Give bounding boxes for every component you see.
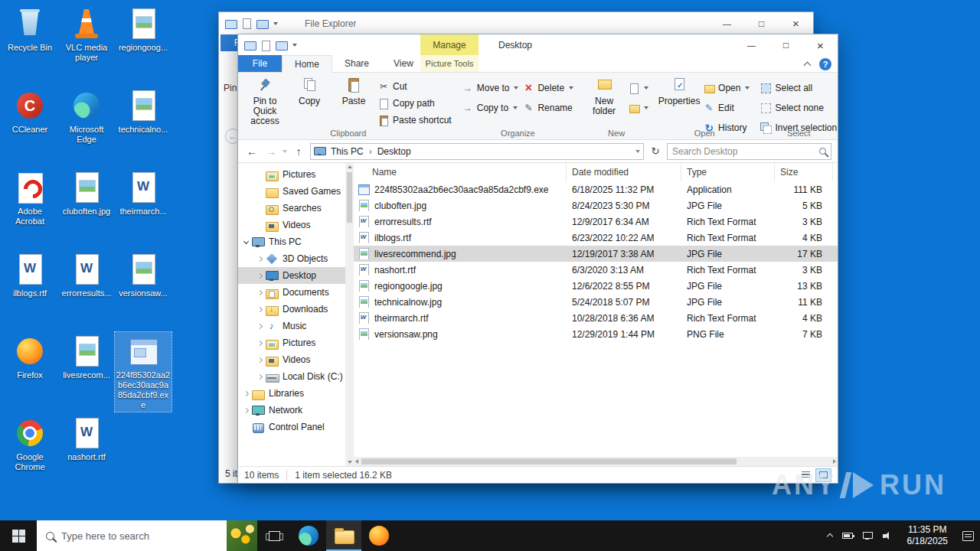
column-header-type[interactable]: Type <box>681 163 775 181</box>
tab-file[interactable]: File <box>238 55 282 72</box>
rename-button[interactable]: Rename <box>521 100 576 116</box>
file-name-cell[interactable]: technicalnow.jpg <box>354 296 567 308</box>
back-button[interactable] <box>244 143 260 160</box>
search-box[interactable] <box>667 143 831 160</box>
show-hidden-icons-chevron[interactable] <box>826 533 832 540</box>
taskbar-app-file-explorer[interactable] <box>326 520 361 551</box>
quick-access-newfolder-icon[interactable] <box>256 19 268 28</box>
nav-tree-item[interactable]: Videos <box>238 217 345 233</box>
horizontal-scroll-thumb[interactable] <box>361 458 737 465</box>
back-maximize-button[interactable] <box>744 12 779 34</box>
cut-button[interactable]: Cut <box>376 79 454 94</box>
file-name-cell[interactable]: theirmarch.rtf <box>354 312 567 324</box>
easy-access-button[interactable] <box>626 100 651 116</box>
desktop-icon[interactable]: CCleaner <box>2 86 58 161</box>
edit-button[interactable]: Edit <box>701 100 752 116</box>
breadcrumb-desktop[interactable]: Desktop <box>376 146 413 157</box>
tree-expand-icon[interactable] <box>257 272 263 278</box>
column-header-name[interactable]: Name <box>354 163 567 181</box>
desktop-icon[interactable]: theirmarch... <box>115 168 172 243</box>
action-center-icon[interactable] <box>962 531 974 541</box>
battery-icon[interactable] <box>842 533 853 539</box>
taskbar-app-firefox[interactable] <box>361 520 397 551</box>
collapse-ribbon-icon[interactable] <box>804 62 812 70</box>
tab-share[interactable]: Share <box>332 55 381 72</box>
properties-button[interactable]: Properties <box>657 76 701 109</box>
pin-to-quick-access-button[interactable]: Pin to Quick access <box>243 76 287 129</box>
tree-expand-icon[interactable] <box>257 256 263 261</box>
back-close-button[interactable] <box>779 12 813 34</box>
paste-button[interactable]: Paste <box>332 76 376 109</box>
nav-tree-item[interactable]: Documents <box>238 284 345 301</box>
tree-expand-icon[interactable] <box>243 238 249 243</box>
copy-to-button[interactable]: Copy to <box>460 100 521 116</box>
copy-button[interactable]: Copy <box>287 76 332 109</box>
tree-expand-icon[interactable] <box>257 340 263 345</box>
nav-tree-item[interactable]: Music <box>238 318 345 334</box>
desktop-icon[interactable]: errorresults... <box>58 250 115 324</box>
file-name-cell[interactable]: ilblogs.rtf <box>354 232 567 243</box>
desktop-icon[interactable]: VLC media player <box>58 5 115 79</box>
file-name-cell[interactable]: versionsaw.png <box>354 328 567 340</box>
file-row[interactable]: errorresults.rtf 12/9/2017 6:34 AM Rich … <box>354 214 838 230</box>
scroll-down-icon[interactable] <box>348 461 352 464</box>
nav-tree-item[interactable]: Libraries <box>238 385 345 402</box>
desktop-icon[interactable]: ilblogs.rtf <box>2 250 58 324</box>
nav-tree-item[interactable]: Searches <box>238 200 345 217</box>
tree-expand-icon[interactable] <box>257 323 263 328</box>
desktop-icon[interactable]: nashort.rtf <box>58 414 115 488</box>
nav-tree-item[interactable]: Saved Games <box>238 183 345 200</box>
refresh-button[interactable] <box>648 143 663 160</box>
nav-tree-item[interactable]: Videos <box>238 351 345 368</box>
tab-home[interactable]: Home <box>282 55 332 73</box>
select-none-button[interactable]: Select none <box>758 100 839 116</box>
move-to-button[interactable]: Move to <box>460 80 521 96</box>
desktop-icon[interactable]: technicalno... <box>115 86 172 161</box>
tree-expand-icon[interactable] <box>243 407 249 412</box>
nav-tree-item[interactable]: Pictures <box>238 334 345 351</box>
up-button[interactable] <box>291 143 306 160</box>
nav-tree-item[interactable]: Control Panel <box>238 419 345 435</box>
taskbar-search[interactable] <box>37 520 257 551</box>
tab-view[interactable]: View <box>381 55 426 72</box>
tree-expand-icon[interactable] <box>257 306 263 311</box>
paste-shortcut-button[interactable]: Paste shortcut <box>376 112 454 128</box>
file-row[interactable]: cluboften.jpg 8/24/2023 5:30 PM JPG File… <box>354 197 838 214</box>
back-minimize-button[interactable] <box>710 12 744 34</box>
volume-icon[interactable] <box>883 532 893 540</box>
address-box[interactable]: This PC Desktop <box>310 143 644 160</box>
task-view-button[interactable] <box>257 520 291 551</box>
new-folder-button[interactable]: New folder <box>582 76 626 119</box>
file-row[interactable]: nashort.rtf 6/3/2020 3:13 AM Rich Text F… <box>354 262 838 278</box>
window-titlebar[interactable]: Manage Desktop <box>238 34 838 56</box>
nav-tree-item[interactable]: Local Disk (C:) <box>238 368 345 385</box>
desktop-icon[interactable]: cluboften.jpg <box>58 168 115 243</box>
column-header-size[interactable]: Size <box>775 163 833 181</box>
taskbar-app-edge[interactable] <box>291 520 326 551</box>
desktop-icon[interactable]: versionsaw... <box>115 250 172 324</box>
file-name-cell[interactable]: errorresults.rtf <box>354 216 567 227</box>
nav-tree-item[interactable]: 3D Objects <box>238 250 345 267</box>
maximize-button[interactable] <box>769 34 803 56</box>
search-highlight-image[interactable] <box>227 520 257 551</box>
desktop-icon[interactable]: 224f85302aa2b6ec30aac9a85da2cbf9.exe <box>115 332 172 412</box>
breadcrumb-separator-icon[interactable] <box>369 146 372 157</box>
scroll-right-icon[interactable] <box>833 459 836 464</box>
copy-path-button[interactable]: Copy path <box>376 96 454 111</box>
file-row[interactable]: ilblogs.rtf 6/23/2022 10:22 AM Rich Text… <box>354 230 838 246</box>
vertical-scrollbar[interactable] <box>345 163 354 466</box>
file-list-empty-space[interactable] <box>354 342 838 457</box>
file-row[interactable]: livesrecommend.jpg 12/19/2017 3:38 AM JP… <box>354 246 838 262</box>
quick-access-properties-icon[interactable] <box>242 18 251 28</box>
desktop-icon[interactable]: Firefox <box>2 332 58 406</box>
file-name-cell[interactable]: livesrecommend.jpg <box>354 248 567 259</box>
network-icon[interactable] <box>863 532 873 540</box>
taskbar-search-input[interactable] <box>61 530 220 542</box>
file-row[interactable]: regiongoogle.jpg 12/6/2022 8:55 PM JPG F… <box>354 278 838 294</box>
column-header-date-modified[interactable]: Date modified <box>567 163 681 181</box>
file-row[interactable]: technicalnow.jpg 5/24/2018 5:07 PM JPG F… <box>354 294 838 310</box>
recent-locations-caret-icon[interactable] <box>283 150 287 153</box>
nav-tree-item[interactable]: Network <box>238 402 345 419</box>
back-window-titlebar[interactable]: File Explorer <box>219 12 813 34</box>
nav-tree-item[interactable]: Pictures <box>238 166 345 183</box>
